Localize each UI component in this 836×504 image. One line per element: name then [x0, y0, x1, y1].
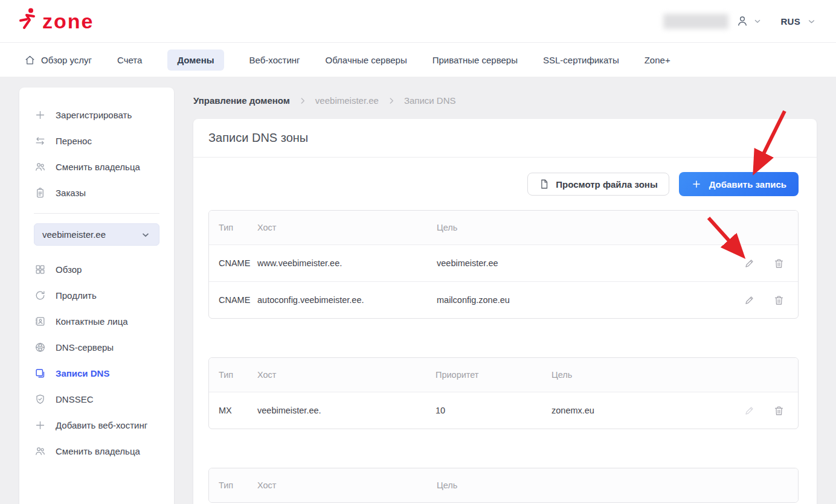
sidebar-item-обзор[interactable]: Обзор [19, 257, 174, 282]
nav-item-label: Домены [177, 55, 214, 65]
add-record-label: Добавить запись [709, 179, 786, 190]
nav-item-overview[interactable]: Обзор услуг [24, 49, 92, 71]
row-actions [707, 405, 798, 416]
column-header: Цель [437, 480, 707, 490]
table-cell: 10 [436, 406, 551, 415]
grid-icon [34, 264, 46, 275]
contact-card-icon [34, 316, 46, 327]
nav-item-label: Счета [117, 55, 142, 65]
row-actions [707, 258, 798, 269]
dns-records-icon [34, 368, 46, 379]
chevron-right-icon [298, 97, 307, 105]
add-record-button[interactable]: Добавить запись [679, 172, 799, 196]
table-cell: zonemx.eu [551, 406, 707, 415]
sidebar-item-dnssec[interactable]: DNSSEC [19, 386, 174, 412]
sidebar-item-заказы[interactable]: Заказы [19, 180, 174, 206]
row-actions [707, 295, 798, 306]
sidebar-domain-items: ОбзорПродлитьКонтактные лицаDNSDNS-серве… [19, 257, 174, 464]
table-cell: mailconfig.zone.eu [437, 295, 707, 305]
plus-icon [691, 179, 702, 190]
delete-trash-icon[interactable] [773, 295, 785, 306]
table-cell: MX [209, 406, 257, 415]
sidebar-item-сменить-владельца[interactable]: Сменить владельца [19, 438, 174, 464]
panel-header: Записи DNS зоны [193, 119, 817, 158]
nav-item-облачные-серверы[interactable]: Облачные серверы [326, 49, 407, 71]
nav-item-label: Веб-хостинг [249, 55, 300, 65]
table-header-row: ТипХостЦель [209, 211, 798, 244]
delete-trash-icon[interactable] [773, 405, 785, 416]
sidebar-item-перенос[interactable]: Перенос [19, 128, 174, 154]
sidebar-item-продлить[interactable]: Продлить [19, 282, 174, 308]
sidebar-divider [34, 213, 159, 214]
plus-icon [34, 419, 46, 431]
zone-wordmark: zone [42, 13, 94, 30]
nav-item-домены[interactable]: Домены [167, 49, 223, 71]
chevron-down-icon [753, 16, 762, 26]
sidebar-item-добавить-веб-хостинг[interactable]: Добавить веб-хостинг [19, 412, 174, 438]
sidebar-item-label: Заказы [56, 188, 86, 198]
breadcrumb-item: veebimeister.ee [315, 95, 379, 106]
dns-records-table-1: ТипХостЦельCNAMEwww.veebimeister.ee.veeb… [208, 210, 799, 319]
people-icon [34, 445, 46, 457]
sidebar-item-label: DNS-серверы [56, 342, 114, 352]
table-cell: veebimeister.ee [437, 258, 707, 268]
delete-trash-icon[interactable] [773, 258, 785, 269]
nav-item-label: Облачные серверы [326, 55, 407, 65]
table-cell: autoconfig.veebimeister.ee. [257, 295, 437, 305]
nav-item-zone+[interactable]: Zone+ [645, 49, 670, 71]
table-cell: veebimeister.ee. [257, 406, 436, 415]
nav-item-ssl-сертификаты[interactable]: SSL-сертификаты [543, 49, 619, 71]
table-row: CNAMEwww.veebimeister.ee.veebimeister.ee [209, 244, 798, 281]
transfer-icon [34, 135, 46, 147]
nav-item-счета[interactable]: Счета [117, 49, 142, 71]
sidebar-item-контактные-лица[interactable]: Контактные лица [19, 308, 174, 334]
table-row: CNAMEautoconfig.veebimeister.ee.mailconf… [209, 281, 798, 318]
svg-text:DNS: DNS [37, 346, 42, 349]
breadcrumb: Управление доменомveebimeister.eeЗаписи … [193, 95, 456, 106]
user-account-name [663, 14, 728, 29]
view-zone-file-button[interactable]: Просмотр файла зоны [527, 173, 669, 196]
edit-pencil-icon[interactable] [744, 295, 755, 306]
table-cell: CNAME [209, 295, 257, 305]
nav-item-label: SSL-сертификаты [543, 55, 619, 65]
sidebar-item-label: Сменить владельца [56, 162, 140, 172]
sidebar-item-dns-серверы[interactable]: DNSDNS-серверы [19, 334, 174, 360]
edit-pencil-icon [744, 405, 755, 416]
nav-item-приватные-серверы[interactable]: Приватные серверы [432, 49, 518, 71]
column-header: Тип [209, 480, 257, 490]
plus-icon [34, 109, 46, 121]
sidebar-item-label: Обзор [56, 264, 82, 275]
column-header: Хост [257, 223, 437, 232]
table-header-row: ТипХостЦель [209, 468, 798, 502]
column-header: Цель [437, 223, 707, 232]
sidebar-item-зарегистрировать[interactable]: Зарегистрировать [19, 102, 174, 128]
domain-selector[interactable]: veebimeister.ee [34, 223, 159, 246]
nav-item-label: Обзор услуг [41, 55, 92, 65]
zone-runner-icon [18, 7, 39, 30]
nav-item-веб-хостинг[interactable]: Веб-хостинг [249, 49, 300, 71]
table-cell: www.veebimeister.ee. [257, 258, 437, 268]
top-header: zone RUS [0, 0, 836, 42]
column-header: Тип [209, 370, 257, 380]
dns-records-table-2: ТипХостПриоритетЦельMXveebimeister.ee.10… [208, 357, 799, 429]
column-header: Хост [257, 370, 436, 380]
sidebar-item-label: Добавить веб-хостинг [56, 420, 147, 430]
edit-pencil-icon[interactable] [744, 258, 755, 269]
breadcrumb-item[interactable]: Управление доменом [193, 95, 290, 106]
language-selector[interactable]: RUS [780, 16, 817, 27]
account-menu[interactable] [736, 14, 762, 28]
nav-item-label: Zone+ [645, 55, 670, 65]
domain-selector-value: veebimeister.ee [42, 229, 106, 240]
sidebar-item-записи-dns[interactable]: Записи DNS [19, 360, 174, 386]
zone-logo[interactable]: zone [18, 7, 94, 30]
dns-records-panel: Записи DNS зоны Просмотр файла зоны Доба… [193, 119, 817, 504]
sidebar-item-label: Записи DNS [56, 368, 109, 378]
sidebar: ЗарегистрироватьПереносСменить владельца… [19, 88, 174, 504]
column-header: Тип [209, 223, 257, 232]
sidebar-item-label: Зарегистрировать [56, 110, 132, 120]
clipboard-icon [34, 187, 46, 199]
sidebar-item-label: Продлить [56, 290, 97, 301]
sidebar-item-сменить-владельца[interactable]: Сменить владельца [19, 154, 174, 180]
table-cell: CNAME [209, 258, 257, 268]
column-header: Приоритет [436, 370, 551, 380]
